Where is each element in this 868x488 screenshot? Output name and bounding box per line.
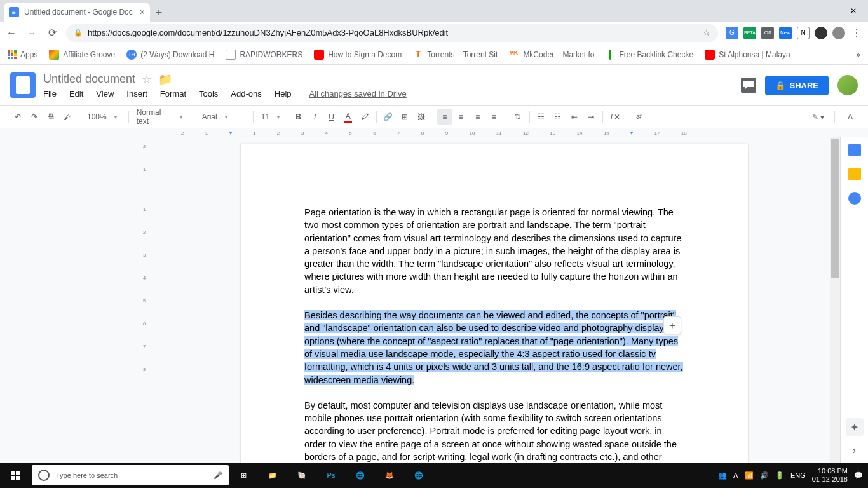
bookmark-7[interactable]: Free Backlink Checke: [606, 50, 693, 60]
add-comment-button[interactable]: ＋: [663, 316, 681, 334]
browser-tab[interactable]: ≡ Untitled document - Google Doc ×: [4, 3, 150, 22]
bold-button[interactable]: B: [291, 109, 306, 125]
maximize-button[interactable]: ☐: [810, 0, 839, 22]
side-panel-collapse-icon[interactable]: ›: [853, 445, 856, 456]
menu-view[interactable]: View: [96, 89, 114, 98]
align-left-button[interactable]: ≡: [437, 109, 452, 125]
highlight-button[interactable]: 🖍: [357, 109, 372, 125]
language-indicator[interactable]: ENG: [790, 471, 806, 479]
ext-icon-new[interactable]: New: [779, 27, 792, 39]
clear-format-button[interactable]: T✕: [607, 109, 623, 125]
undo-button[interactable]: ↶: [10, 109, 25, 125]
scrollbar-thumb[interactable]: [831, 139, 839, 278]
bookmark-2[interactable]: TH(2 Ways) Download H: [126, 50, 214, 60]
app-icon-1[interactable]: 🐚: [287, 463, 316, 488]
keep-icon[interactable]: [848, 168, 861, 180]
style-select[interactable]: Normal text: [133, 109, 190, 125]
comments-icon[interactable]: [741, 78, 756, 93]
menu-insert[interactable]: Insert: [126, 89, 147, 98]
selected-text[interactable]: Besides describing the way documents can…: [304, 310, 683, 384]
close-tab-icon[interactable]: ×: [140, 7, 145, 17]
user-avatar[interactable]: [837, 75, 858, 95]
ext-icon-1[interactable]: G: [726, 27, 738, 39]
paint-format-button[interactable]: 🖌: [60, 109, 75, 125]
move-folder-icon[interactable]: 📁: [158, 72, 172, 86]
redo-button[interactable]: ↷: [27, 109, 42, 125]
vertical-ruler[interactable]: 2112345678: [140, 137, 149, 463]
tasks-icon[interactable]: [848, 192, 861, 205]
taskbar-search[interactable]: Type here to search 🎤: [32, 465, 229, 485]
network-icon[interactable]: 📶: [745, 471, 754, 480]
link-button[interactable]: 🔗: [381, 109, 396, 125]
numbered-list-button[interactable]: ☷: [534, 109, 549, 125]
close-window-button[interactable]: ✕: [839, 0, 868, 22]
omnibox[interactable]: 🔒 https://docs.google.com/document/d/1zz…: [66, 24, 718, 42]
bookmarks-overflow-icon[interactable]: »: [856, 50, 860, 59]
bookmark-5[interactable]: TTorrents – Torrent Sit: [413, 50, 498, 60]
paragraph-1[interactable]: Page orientation is the way in which a r…: [304, 206, 684, 296]
menu-tools[interactable]: Tools: [199, 89, 218, 98]
font-size-select[interactable]: 11: [257, 109, 283, 125]
align-right-button[interactable]: ≡: [470, 109, 485, 125]
people-icon[interactable]: 👥: [718, 471, 727, 480]
chrome-canary-icon[interactable]: 🌐: [404, 463, 433, 488]
chrome-icon[interactable]: 🌐: [346, 463, 375, 488]
comment-button[interactable]: ⊞: [397, 109, 412, 125]
collapse-toolbar-button[interactable]: ᐱ: [843, 109, 858, 125]
volume-icon[interactable]: 🔊: [760, 471, 769, 480]
print-button[interactable]: 🖶: [43, 109, 58, 125]
ext-icon-n[interactable]: N: [797, 27, 810, 39]
reload-button[interactable]: ⟳: [46, 27, 58, 39]
bulleted-list-button[interactable]: ☷: [550, 109, 566, 125]
image-button[interactable]: 🖼: [414, 109, 429, 125]
tray-chevron-icon[interactable]: ᐱ: [733, 471, 738, 480]
mic-icon[interactable]: 🎤: [214, 471, 222, 480]
new-tab-button[interactable]: +: [150, 4, 168, 22]
apps-icon[interactable]: Apps: [8, 50, 37, 59]
photoshop-icon[interactable]: Ps: [316, 463, 346, 488]
firefox-icon[interactable]: 🦊: [375, 463, 404, 488]
save-status[interactable]: All changes saved in Drive: [309, 89, 407, 98]
forward-button[interactable]: →: [25, 27, 38, 39]
bookmark-3[interactable]: RAPIDWORKERS: [226, 50, 302, 60]
menu-format[interactable]: Format: [160, 89, 186, 98]
bookmark-4[interactable]: How to Sign a Decom: [314, 50, 402, 60]
paragraph-3[interactable]: By default, most computer and television…: [304, 399, 684, 463]
font-select[interactable]: Arial: [198, 109, 249, 125]
ext-icon-beta[interactable]: BETA: [743, 27, 756, 39]
align-center-button[interactable]: ≡: [454, 109, 469, 125]
minimize-button[interactable]: —: [780, 0, 810, 22]
notifications-icon[interactable]: 💬: [854, 471, 863, 480]
explore-button[interactable]: ✦: [846, 418, 864, 436]
underline-button[interactable]: U: [324, 109, 339, 125]
ext-icon-off[interactable]: Off: [761, 27, 774, 39]
decrease-indent-button[interactable]: ⇤: [567, 109, 582, 125]
chrome-profile-avatar[interactable]: [832, 27, 845, 39]
menu-file[interactable]: File: [43, 89, 57, 98]
italic-button[interactable]: I: [308, 109, 323, 125]
align-justify-button[interactable]: ≡: [487, 109, 502, 125]
menu-edit[interactable]: Edit: [69, 89, 83, 98]
menu-addons[interactable]: Add-ons: [231, 89, 261, 98]
text-color-button[interactable]: A: [341, 109, 356, 125]
bookmark-1[interactable]: Affiliate Groove: [49, 50, 115, 60]
star-icon[interactable]: ☆: [142, 72, 152, 86]
line-spacing-button[interactable]: ⇅: [510, 109, 526, 125]
document-page[interactable]: Page orientation is the way in which a r…: [241, 144, 748, 463]
back-button[interactable]: ←: [5, 27, 18, 39]
document-title[interactable]: Untitled document: [43, 72, 135, 86]
chrome-menu-icon[interactable]: ⋮: [850, 27, 863, 39]
ext-icon-circle[interactable]: [815, 27, 827, 39]
calendar-icon[interactable]: [848, 144, 861, 156]
battery-icon[interactable]: 🔋: [775, 471, 784, 480]
task-view-icon[interactable]: ⊞: [229, 463, 258, 488]
increase-indent-button[interactable]: ⇥: [583, 109, 599, 125]
clock[interactable]: 10:08 PM 01-12-2018: [812, 467, 848, 484]
start-button[interactable]: [0, 463, 31, 488]
zoom-select[interactable]: 100%: [83, 109, 125, 125]
bookmark-8[interactable]: St Alphonsa | Malaya: [705, 50, 790, 60]
editing-mode-button[interactable]: ✎ ▾: [810, 109, 827, 125]
horizontal-ruler[interactable]: 21▾123456789101112131415▾1718: [0, 128, 868, 137]
explorer-icon[interactable]: 📁: [258, 463, 287, 488]
docs-logo-icon[interactable]: [10, 72, 36, 98]
